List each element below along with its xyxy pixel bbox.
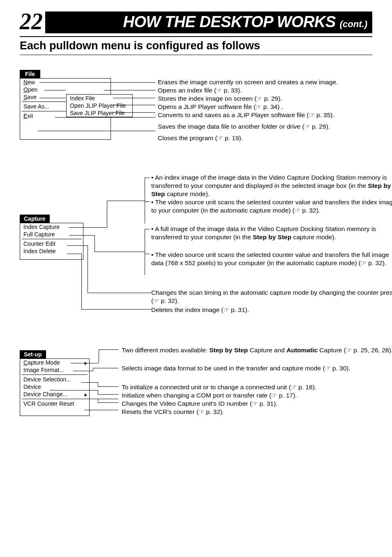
file-sub-savejlip: Save JLIP Player File — [67, 109, 132, 117]
title-main: HOW THE DESKTOP WORKS — [123, 13, 336, 31]
setup-desc-dev: Initialize when changing a COM port or t… — [122, 391, 392, 400]
capture-block: Capture Index Capture Full Capture Count… — [20, 173, 372, 334]
setup-dev: Device — [20, 383, 89, 391]
file-sub-index: Index File — [67, 95, 132, 102]
setup-vcrctr: VCR Counter Reset — [20, 400, 89, 407]
setup-desc-imgfmt: Selects image data format to be used in … — [122, 364, 392, 372]
cap-desc-full1: • A full image of the image data in the … — [151, 225, 392, 241]
setup-desc-devchg: Changes the Video Capture unit's ID numb… — [122, 400, 392, 408]
cap-desc-edit: Changes the scan timing in the automatic… — [151, 289, 392, 305]
page-title-bar: HOW THE DESKTOP WORKS (cont.) — [45, 12, 372, 33]
submenu-arrow-icon — [85, 393, 87, 397]
file-menu-title: File — [20, 70, 40, 78]
file-desc-exit: Closes the program (☞ p. 19). — [158, 134, 392, 142]
cap-desc-index1: • An index image of the image data in th… — [151, 173, 392, 198]
setup-imgfmt: Image Format... — [20, 366, 89, 374]
setup-menu: Capture Mode Image Format... Device Sele… — [20, 358, 90, 416]
section-heading: Each pulldown menu is configured as foll… — [20, 39, 372, 55]
cap-desc-delete: Deletes the index image (☞ p. 31). — [151, 306, 392, 314]
setup-desc-vcrctr: Resets the VCR's counter (☞ p. 32). — [122, 408, 392, 416]
cap-desc-index2: • The video source unit scans the select… — [151, 198, 392, 215]
file-desc-saveas: Saves the image data file to another fol… — [158, 122, 392, 131]
capture-menu-title: Capture — [20, 215, 50, 223]
setup-block: Set-up Capture Mode Image Format... Devi… — [20, 346, 372, 432]
file-desc-new: Erases the image currently on screen and… — [158, 78, 392, 86]
file-sub-openjlip: Open JLIP Player File — [67, 102, 132, 109]
title-cont: (cont.) — [340, 19, 367, 30]
setup-desc-devsel: To initialize a connected unit or to cha… — [122, 383, 392, 391]
file-desc-openindex: Opens an index file (☞ p. 33). — [158, 86, 392, 95]
cap-index: Index Capture — [20, 223, 83, 231]
setup-menu-title: Set-up — [20, 350, 46, 358]
capture-menu: Index Capture Full Capture Counter Edit … — [20, 223, 83, 260]
file-desc-savejlip: Converts to and saves as a JLIP Player s… — [158, 111, 392, 119]
setup-devsel: Device Selection... — [20, 376, 89, 383]
file-open: Open — [20, 86, 111, 93]
cap-desc-full2: • The video source unit scans the select… — [151, 251, 392, 267]
setup-devchg: Device Change... — [20, 391, 89, 398]
file-block: File New Open Save Save As... Exit Index… — [20, 70, 372, 160]
setup-desc-capmode: Two different modes available: Step by S… — [122, 346, 392, 354]
cap-edit: Counter Edit — [20, 240, 83, 247]
page-number: 22 — [20, 8, 45, 36]
cap-full: Full Capture — [20, 231, 83, 238]
setup-capmode: Capture Mode — [20, 359, 89, 366]
file-desc-storeindex: Stores the index image on screen (☞ p. 2… — [158, 95, 392, 103]
file-desc-openjlip: Opens a JLIP Player software file (☞ p. … — [158, 103, 392, 111]
submenu-arrow-icon — [85, 362, 87, 365]
